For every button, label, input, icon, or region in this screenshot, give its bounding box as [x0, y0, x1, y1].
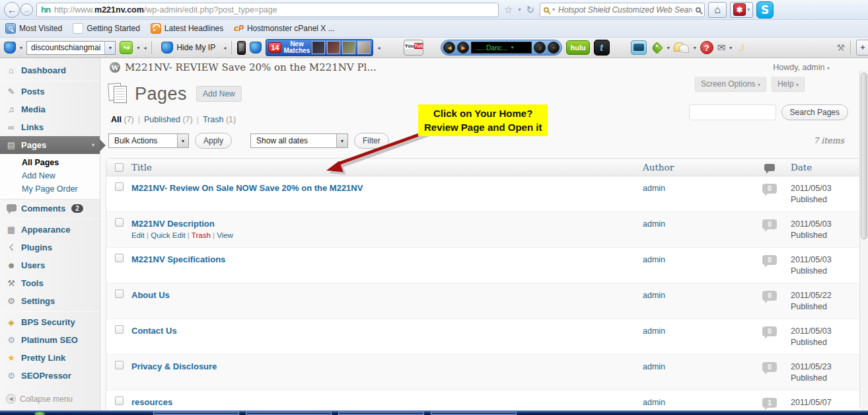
matches-caret[interactable]: ◂	[377, 45, 380, 51]
column-title[interactable]: Title	[131, 162, 643, 172]
collapse-menu-button[interactable]: ◀Collapse menu	[0, 391, 100, 406]
search-engine-caret[interactable]: ▾	[552, 7, 555, 13]
howdy-menu[interactable]: Howdy, admin ▾	[773, 63, 830, 72]
hide-my-ip-button[interactable]: Hide My IP	[157, 40, 219, 55]
proxy-location-select[interactable]: discountschiangmai▼	[26, 41, 116, 55]
submenu-all-pages[interactable]: All Pages	[0, 156, 100, 169]
tv-icon[interactable]	[631, 40, 647, 55]
submenu-my-page-order[interactable]: My Page Order	[0, 182, 100, 196]
bookmark-hostmonster-cpanel[interactable]: cPHostmonster cPanel X ...	[234, 24, 334, 33]
search-go-icon[interactable]	[696, 7, 701, 13]
page-title-link[interactable]: Privacy & Disclosure	[131, 361, 217, 371]
match-photo-thumbnail[interactable]	[327, 41, 340, 54]
sidebar-item-posts[interactable]: ✎Posts	[0, 83, 100, 100]
comment-count-bubble[interactable]: 1	[762, 398, 777, 408]
sidebar-item-platinum-seo[interactable]: ⚙Platinum SEO	[0, 331, 100, 349]
tag-caret[interactable]: ▾	[667, 45, 670, 51]
dating-matches-widget[interactable]: 14 NewMatches	[266, 39, 373, 56]
bubbles-caret[interactable]: ▾	[694, 45, 696, 51]
screen-options-tab[interactable]: Screen Options ▾	[695, 77, 766, 92]
author-link[interactable]: admin	[643, 218, 665, 229]
sidebar-item-seopressor[interactable]: ⚙SEOPressor	[0, 367, 100, 385]
url-bar[interactable]: hn http://www.m221nv.com/wp-admin/edit.p…	[36, 3, 499, 17]
chat-bubbles-icon[interactable]	[674, 41, 690, 54]
help-icon[interactable]: ?	[700, 41, 713, 54]
sidebar-item-settings[interactable]: ⚙Settings	[0, 292, 100, 310]
filter-trash[interactable]: Trash	[203, 115, 224, 124]
bookmark-latest-headlines[interactable]: Latest Headlines	[151, 23, 223, 34]
filter-all[interactable]: All	[111, 115, 122, 124]
select-caret-icon[interactable]: ▼	[177, 134, 188, 147]
row-checkbox[interactable]	[115, 254, 124, 262]
comment-count-bubble[interactable]: 0	[762, 184, 777, 194]
reload-icon[interactable]: ↻	[524, 4, 536, 16]
bookmark-most-visited[interactable]: Most Visited	[5, 23, 62, 34]
page-title-link[interactable]: M221NV Specifications	[131, 254, 225, 264]
skype-button[interactable]: S	[756, 1, 774, 19]
back-button[interactable]: ←	[4, 2, 20, 18]
submenu-toggle-caret[interactable]: ▾	[92, 142, 94, 148]
add-toolbar-button[interactable]: +	[856, 40, 868, 56]
row-action-edit[interactable]: Edit	[131, 231, 145, 239]
apply-button[interactable]: Apply	[195, 133, 232, 149]
row-action-trash[interactable]: Trash	[192, 231, 211, 239]
search-engine-icon[interactable]	[544, 7, 549, 13]
row-checkbox[interactable]	[115, 218, 124, 227]
author-link[interactable]: admin	[643, 396, 665, 407]
mail-caret[interactable]: ▾	[729, 45, 732, 51]
row-checkbox[interactable]	[115, 182, 124, 191]
page-title-link[interactable]: M221NV- Review On Sale NOW Save 20% on t…	[131, 182, 363, 193]
sidebar-item-tools[interactable]: ⚒Tools	[0, 274, 100, 292]
submenu-add-new[interactable]: Add New	[0, 169, 100, 182]
sidebar-item-users[interactable]: ☻Users	[0, 256, 100, 274]
sidebar-item-plugins[interactable]: ☇Plugins	[0, 239, 100, 256]
player-display[interactable]: ..... Danc...▾	[471, 42, 532, 54]
sidebar-item-appearance[interactable]: ▦Appearance	[0, 221, 100, 239]
twitter-icon[interactable]: t	[594, 40, 610, 56]
sidebar-item-comments[interactable]: Comments2	[0, 200, 100, 217]
mobile-phone-icon[interactable]	[237, 41, 246, 55]
row-checkbox[interactable]	[115, 325, 124, 334]
bookmark-getting-started[interactable]: Getting Started	[73, 23, 140, 34]
search-pages-button[interactable]: Search Pages	[781, 104, 848, 120]
player-play-icon[interactable]: ▶	[457, 42, 469, 54]
shield-caret[interactable]: ▾	[20, 45, 22, 51]
match-photo-thumbnail[interactable]	[342, 41, 355, 54]
author-link[interactable]: admin	[643, 182, 665, 193]
player-prev-icon[interactable]: ◀	[443, 42, 455, 54]
vertical-scrollbar[interactable]	[859, 70, 868, 408]
bulk-actions-select[interactable]: Bulk Actions▼	[108, 133, 189, 148]
add-new-button[interactable]: Add New	[196, 86, 242, 102]
column-comments[interactable]	[748, 164, 791, 171]
mail-icon[interactable]: ✉	[717, 42, 726, 54]
deals-tag-icon[interactable]	[651, 42, 663, 54]
author-link[interactable]: admin	[643, 289, 665, 300]
media-player-widget[interactable]: ◀ ▶ ..... Danc...▾ ♪ −	[441, 40, 562, 56]
comment-count-bubble[interactable]: 0	[762, 362, 777, 372]
youtube-icon[interactable]: YouTube	[404, 40, 423, 56]
comment-count-bubble[interactable]: 0	[762, 291, 777, 301]
hotspot-shield-icon[interactable]	[4, 42, 16, 54]
row-checkbox[interactable]	[115, 396, 124, 405]
forward-button[interactable]: →	[20, 3, 33, 16]
filter-published[interactable]: Published	[144, 115, 180, 124]
column-date[interactable]: Date	[791, 162, 862, 172]
sidebar-item-media[interactable]: ♫Media	[0, 100, 100, 118]
bookmark-dropdown-caret[interactable]: ▾	[518, 7, 521, 13]
shield-icon[interactable]	[250, 42, 262, 54]
sidebar-item-bps-security[interactable]: ◈BPS Security	[0, 313, 100, 331]
home-button[interactable]: ⌂	[708, 2, 727, 18]
sidebar-item-links[interactable]: ∞Links	[0, 118, 100, 136]
browser-search-box[interactable]: ▾	[540, 3, 705, 17]
go-caret[interactable]: ▾	[137, 45, 139, 51]
collapse-left-caret[interactable]: ◂	[143, 45, 146, 51]
comment-count-bubble[interactable]: 0	[762, 326, 777, 336]
lastpass-button[interactable]: ✱▾	[730, 2, 753, 18]
match-photo-thumbnail[interactable]	[312, 41, 325, 54]
page-title-link[interactable]: About Us	[131, 289, 170, 300]
comment-count-bubble[interactable]: 0	[762, 255, 777, 265]
crescent-icon[interactable]: ☽	[734, 40, 747, 55]
sidebar-item-pages[interactable]: ▤Pages▾	[0, 136, 100, 154]
row-checkbox[interactable]	[115, 289, 124, 298]
player-minimize-icon[interactable]: −	[548, 42, 560, 54]
